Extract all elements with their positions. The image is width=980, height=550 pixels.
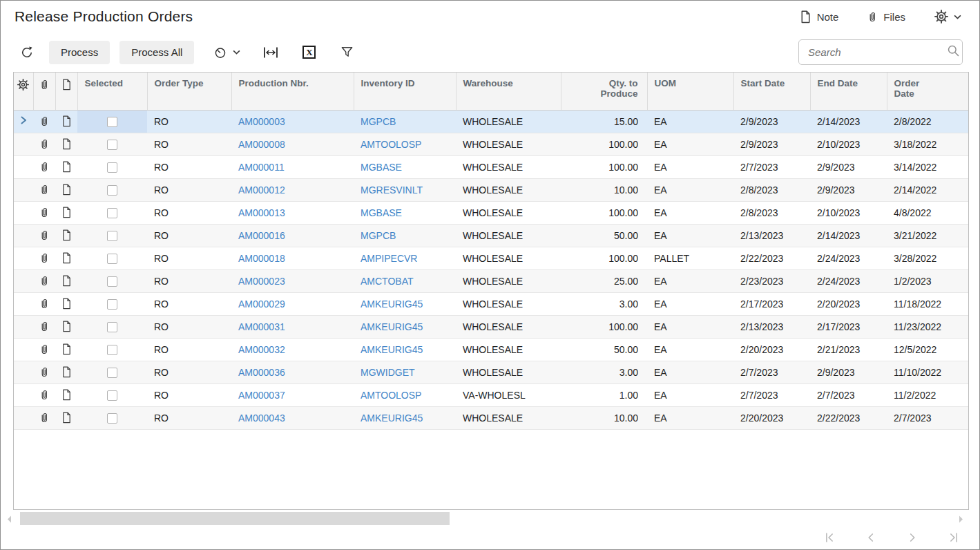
selected-cell[interactable] <box>77 406 147 429</box>
table-row[interactable]: ROAM000008AMTOOLOSPWHOLESALE100.00EA2/9/… <box>14 133 969 155</box>
production-nbr-link[interactable]: AM000008 <box>238 139 285 150</box>
cell-warehouse[interactable]: WHOLESALE <box>456 178 561 201</box>
cell-start-date[interactable]: 2/9/2023 <box>733 110 810 133</box>
cell-order-date[interactable]: 3/14/2022 <box>887 155 969 178</box>
cell-production-nbr[interactable]: AM000037 <box>231 383 354 406</box>
inventory-id-link[interactable]: AMKEURIG45 <box>361 344 423 355</box>
attachment-cell[interactable] <box>33 155 55 178</box>
expand-cell[interactable] <box>14 110 33 133</box>
inventory-id-link[interactable]: AMKEURIG45 <box>361 413 423 424</box>
cell-production-nbr[interactable]: AM000013 <box>231 201 354 224</box>
attachment-cell[interactable] <box>33 406 55 429</box>
cell-uom[interactable]: EA <box>647 338 733 361</box>
table-row[interactable]: ROAM000018AMPIPECVRWHOLESALE100.00PALLET… <box>14 247 969 269</box>
cell-production-nbr[interactable]: AM000011 <box>231 155 354 178</box>
cell-order-date[interactable]: 4/8/2022 <box>887 201 969 224</box>
cell-uom[interactable]: EA <box>647 292 733 315</box>
process-button[interactable]: Process <box>49 41 110 64</box>
production-nbr-link[interactable]: AM000029 <box>238 298 285 310</box>
note-cell[interactable] <box>55 247 77 269</box>
cell-production-nbr[interactable]: AM000043 <box>231 406 354 429</box>
cell-qty-to-produce[interactable]: 50.00 <box>561 338 647 361</box>
cell-warehouse[interactable]: WHOLESALE <box>456 269 561 292</box>
table-row[interactable]: ROAM000037AMTOOLOSPVA-WHOLESL1.00EA2/7/2… <box>14 383 969 406</box>
notes-column-header[interactable] <box>55 73 77 110</box>
refresh-button[interactable] <box>20 46 34 59</box>
cell-qty-to-produce[interactable]: 3.00 <box>561 361 647 383</box>
table-row[interactable]: ROAM000023AMCTOBATWHOLESALE25.00EA2/23/2… <box>14 269 969 292</box>
cell-warehouse[interactable]: WHOLESALE <box>456 292 561 315</box>
last-page-button[interactable] <box>946 530 961 545</box>
inventory-id-link[interactable]: AMKEURIG45 <box>361 298 423 310</box>
cell-uom[interactable]: PALLET <box>647 247 733 269</box>
inventory-id-link[interactable]: MGPCB <box>361 230 396 241</box>
cell-qty-to-produce[interactable]: 25.00 <box>561 269 647 292</box>
cell-order-date[interactable]: 12/5/2022 <box>887 338 969 361</box>
selected-cell[interactable] <box>77 315 147 338</box>
scrollbar-thumb[interactable] <box>20 512 450 525</box>
cell-end-date[interactable]: 2/10/2023 <box>810 201 887 224</box>
inventory-id-link[interactable]: AMTOOLOSP <box>361 390 421 401</box>
cell-warehouse[interactable]: WHOLESALE <box>456 361 561 383</box>
cell-order-type[interactable]: RO <box>147 247 231 269</box>
inventory-id-link[interactable]: AMKEURIG45 <box>361 321 423 332</box>
inventory-id-link[interactable]: AMTOOLOSP <box>361 139 421 150</box>
note-cell[interactable] <box>55 155 77 178</box>
attachment-cell[interactable] <box>33 178 55 201</box>
cell-qty-to-produce[interactable]: 3.00 <box>561 292 647 315</box>
cell-end-date[interactable]: 2/24/2023 <box>810 269 887 292</box>
cell-production-nbr[interactable]: AM000036 <box>231 361 354 383</box>
horizontal-scrollbar[interactable] <box>1 511 979 527</box>
cell-inventory-id[interactable]: AMCTOBAT <box>354 269 456 292</box>
cell-inventory-id[interactable]: AMKEURIG45 <box>354 292 456 315</box>
cell-order-type[interactable]: RO <box>147 269 231 292</box>
inventory-id-link[interactable]: MGBASE <box>361 207 402 218</box>
production-nbr-link[interactable]: AM000031 <box>238 321 285 332</box>
scroll-left-arrow-icon[interactable] <box>6 514 12 527</box>
cell-order-type[interactable]: RO <box>147 110 231 133</box>
cell-end-date[interactable]: 2/20/2023 <box>810 292 887 315</box>
selected-cell[interactable] <box>77 292 147 315</box>
attachment-cell[interactable] <box>33 383 55 406</box>
production-nbr-link[interactable]: AM000023 <box>238 276 285 287</box>
cell-end-date[interactable]: 2/9/2023 <box>810 361 887 383</box>
row-checkbox[interactable] <box>107 185 117 196</box>
production-nbr-link[interactable]: AM000012 <box>238 184 285 196</box>
cell-production-nbr[interactable]: AM000012 <box>231 178 354 201</box>
cell-end-date[interactable]: 2/22/2023 <box>810 406 887 429</box>
cell-end-date[interactable]: 2/14/2023 <box>810 110 887 133</box>
inventory-id-link[interactable]: MGRESVINLT <box>361 184 423 196</box>
cell-warehouse[interactable]: WHOLESALE <box>456 201 561 224</box>
attachment-cell[interactable] <box>33 247 55 269</box>
cell-uom[interactable]: EA <box>647 155 733 178</box>
row-checkbox[interactable] <box>107 162 117 173</box>
cell-uom[interactable]: EA <box>647 110 733 133</box>
cell-uom[interactable]: EA <box>647 406 733 429</box>
search-input[interactable] <box>808 46 947 58</box>
cell-start-date[interactable]: 2/23/2023 <box>733 269 810 292</box>
scroll-right-arrow-icon[interactable] <box>958 514 964 527</box>
cell-inventory-id[interactable]: MGPCB <box>354 110 456 133</box>
cell-inventory-id[interactable]: AMTOOLOSP <box>354 383 456 406</box>
cell-order-type[interactable]: RO <box>147 224 231 247</box>
schedule-button[interactable] <box>213 46 240 59</box>
column-header-production-nbr[interactable]: Production Nbr. <box>231 73 354 110</box>
cell-inventory-id[interactable]: MGRESVINLT <box>354 178 456 201</box>
cell-production-nbr[interactable]: AM000032 <box>231 338 354 361</box>
cell-inventory-id[interactable]: MGBASE <box>354 201 456 224</box>
selected-cell[interactable] <box>77 155 147 178</box>
files-button[interactable]: Files <box>867 10 905 23</box>
production-nbr-link[interactable]: AM000011 <box>238 162 285 173</box>
cell-inventory-id[interactable]: AMPIPECVR <box>354 247 456 269</box>
note-cell[interactable] <box>55 406 77 429</box>
cell-production-nbr[interactable]: AM000003 <box>231 110 354 133</box>
selected-cell[interactable] <box>77 361 147 383</box>
column-header-start-date[interactable]: Start Date <box>733 73 810 110</box>
column-header-warehouse[interactable]: Warehouse <box>456 73 561 110</box>
note-cell[interactable] <box>55 133 77 155</box>
export-excel-button[interactable]: X <box>302 46 316 59</box>
process-all-button[interactable]: Process All <box>119 41 194 64</box>
cell-order-date[interactable]: 3/28/2022 <box>887 247 969 269</box>
cell-end-date[interactable]: 2/17/2023 <box>810 315 887 338</box>
cell-inventory-id[interactable]: AMKEURIG45 <box>354 338 456 361</box>
